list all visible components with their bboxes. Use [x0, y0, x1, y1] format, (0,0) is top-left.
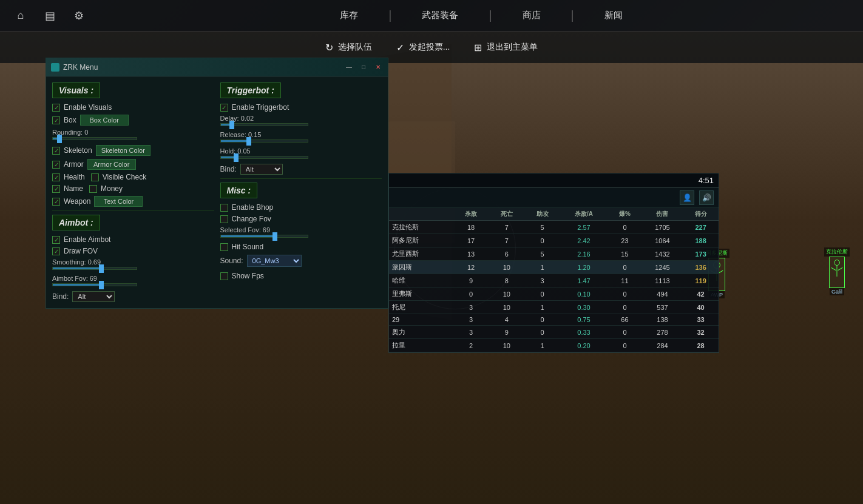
smoothing-slider[interactable]	[52, 267, 137, 270]
enable-triggerbot-checkbox[interactable]	[220, 104, 228, 112]
close-button[interactable]: ✕	[373, 62, 383, 72]
menu-exit[interactable]: ⊞ 退出到主菜单	[474, 42, 538, 53]
col-kills: 杀敌	[453, 208, 489, 221]
top-nav-links: 库存 | 武器装备 | 商店 | 新闻	[100, 8, 863, 22]
player-name-cell: 尤里西斯	[389, 247, 453, 261]
rounding-label: Rounding: 0	[52, 129, 214, 136]
aimbot-bind-row: Bind: Alt	[52, 291, 214, 302]
sound-select[interactable]: 0G_Mw3	[247, 255, 302, 267]
change-fov-row: Change Fov	[220, 215, 382, 223]
minimize-button[interactable]: —	[344, 62, 354, 72]
enable-aimbot-checkbox[interactable]	[52, 236, 60, 244]
money-label: Money	[101, 184, 123, 193]
player-icon-btn[interactable]: 👤	[680, 190, 694, 205]
weapon-checkbox[interactable]	[52, 198, 60, 206]
show-fps-label: Show Fps	[232, 272, 264, 280]
draw-fov-checkbox[interactable]	[52, 247, 60, 255]
triggerbot-bind-select[interactable]: Alt	[240, 164, 283, 175]
skeleton-row: Skeleton Skeleton Color	[52, 145, 214, 156]
enable-bhop-checkbox[interactable]	[220, 204, 228, 212]
aimbot-fov-slider[interactable]	[52, 283, 137, 286]
kills-cell: 12	[453, 261, 489, 274]
kills-cell: 17	[453, 234, 489, 247]
enable-triggerbot-label: Enable Triggerbot	[232, 103, 289, 112]
hs-cell: 0	[607, 287, 642, 301]
armor-checkbox[interactable]	[52, 161, 60, 169]
dmg-cell: 1245	[642, 261, 683, 274]
visible-check-checkbox[interactable]	[91, 173, 99, 181]
rounding-slider-container: Rounding: 0	[52, 129, 214, 140]
player-name-cell: 拉里	[389, 339, 453, 352]
triggerbot-header: Triggerbot :	[220, 82, 281, 98]
assists-cell: 0	[524, 314, 560, 326]
hs-cell: 11	[607, 274, 642, 287]
box-color-button[interactable]: Box Color	[80, 115, 129, 126]
change-fov-checkbox[interactable]	[220, 215, 228, 223]
table-row: 尤里西斯 13 6 5 2.16 15 1432 173	[389, 247, 719, 261]
dmg-cell: 278	[642, 326, 683, 339]
enable-visuals-checkbox[interactable]	[52, 104, 60, 112]
hit-sound-label: Hit Sound	[232, 243, 264, 251]
smoothing-label: Smoothing: 0.69	[52, 258, 214, 266]
nav-news[interactable]: 新闻	[598, 10, 629, 21]
show-fps-checkbox[interactable]	[220, 272, 228, 280]
zrk-content: Visuals : Enable Visuals Box Box Color R…	[46, 76, 388, 308]
player-name-cell: 克拉伦斯	[389, 221, 453, 234]
menu-vote[interactable]: ✓ 发起投票...	[396, 42, 450, 53]
nav-inventory[interactable]: 库存	[334, 10, 364, 21]
enable-visuals-row: Enable Visuals	[52, 103, 214, 112]
weapon-label: Weapon	[64, 197, 90, 206]
assists-cell: 0	[524, 287, 560, 301]
selected-fov-slider[interactable]	[220, 235, 308, 238]
armor-color-button[interactable]: Armor Color	[87, 159, 136, 170]
skeleton-color-button[interactable]: Skeleton Color	[96, 145, 151, 156]
deaths-cell: 4	[489, 314, 524, 326]
deaths-cell: 10	[489, 287, 524, 301]
health-visible-row: Health Visible Check	[52, 173, 214, 181]
player-weapon-tag-2: Galil	[830, 288, 844, 295]
release-slider[interactable]	[220, 139, 308, 143]
health-checkbox[interactable]	[52, 173, 60, 181]
col-name	[389, 208, 453, 221]
rounding-slider[interactable]	[52, 137, 137, 140]
text-color-button[interactable]: Text Color	[94, 196, 143, 207]
ratio-cell: 0.10	[560, 287, 607, 301]
skeleton-checkbox[interactable]	[52, 147, 60, 155]
name-checkbox[interactable]	[52, 185, 60, 193]
col-dmg: 伤害	[642, 208, 683, 221]
nav-weapons[interactable]: 武器装备	[416, 10, 464, 21]
gear-icon[interactable]: ⚙	[70, 7, 87, 24]
smoothing-slider-container: Smoothing: 0.69	[52, 258, 214, 270]
dmg-cell: 494	[642, 287, 683, 301]
hit-sound-checkbox[interactable]	[220, 243, 228, 251]
nav-sep-1: |	[388, 8, 391, 22]
zrk-titlebar: ZRK Menu — □ ✕	[46, 58, 388, 76]
name-row: Name	[52, 184, 83, 193]
selected-fov-slider-container: Selected Fov: 69	[220, 226, 382, 238]
maximize-button[interactable]: □	[359, 62, 368, 72]
hold-slider[interactable]	[220, 156, 308, 159]
weapon-row: Weapon Text Color	[52, 196, 214, 207]
home-icon[interactable]: ⌂	[12, 7, 29, 24]
triggerbot-section: Triggerbot : Enable Triggerbot Delay: 0.…	[220, 82, 382, 175]
delay-slider[interactable]	[220, 123, 308, 126]
nav-shop[interactable]: 商店	[516, 10, 547, 21]
player-name-tag-2: 克拉伦斯	[824, 247, 850, 257]
menu-select-team[interactable]: ↻ 选择队伍	[325, 42, 372, 53]
speaker-icon-btn[interactable]: 🔊	[699, 190, 714, 205]
money-checkbox[interactable]	[89, 185, 97, 193]
ratio-cell: 0.75	[560, 314, 607, 326]
table-row: 克拉伦斯 18 7 5 2.57 0 1705 227	[389, 221, 719, 234]
enable-visuals-label: Enable Visuals	[64, 103, 112, 112]
menu-select-team-label: 选择队伍	[338, 42, 372, 53]
player-name-cell: 派因斯	[389, 261, 453, 274]
box-checkbox[interactable]	[52, 116, 60, 124]
visuals-section: Visuals : Enable Visuals Box Box Color R…	[52, 82, 214, 207]
kills-cell: 3	[453, 326, 489, 339]
zrk-controls: — □ ✕	[344, 62, 383, 72]
aimbot-bind-select[interactable]: Alt	[72, 291, 115, 302]
deaths-cell: 10	[489, 261, 524, 274]
visible-check-row: Visible Check	[91, 173, 146, 181]
monitor-icon[interactable]: ▤	[41, 7, 58, 24]
score-cell: 28	[683, 339, 719, 352]
